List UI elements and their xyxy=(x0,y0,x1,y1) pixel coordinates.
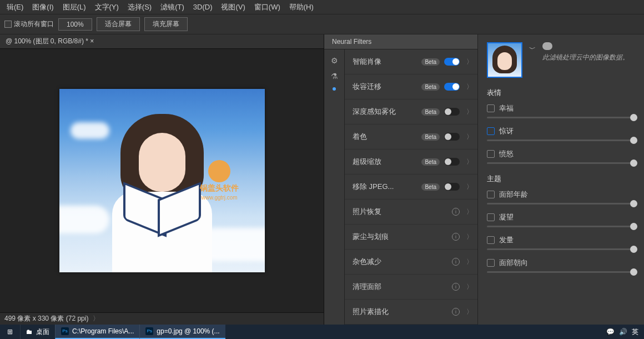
filter-name: 清理面部 xyxy=(353,282,447,292)
menu-3d[interactable]: 3D(D) xyxy=(189,3,217,11)
taskbar-desktop[interactable]: 🖿 桌面 xyxy=(20,325,55,339)
filter-name: 蒙尘与划痕 xyxy=(353,232,447,242)
slider-label: 惊讶 xyxy=(499,126,514,136)
canvas-pane: @ 100% (图层 0, RGB/8#) * × 锅盖头软件 www.ggtr… xyxy=(0,34,324,325)
slider-label: 面部朝向 xyxy=(499,258,528,268)
face-thumbnail[interactable] xyxy=(487,42,522,78)
theme-slider-3: 面部朝向 xyxy=(487,258,637,273)
zoom-level-button[interactable]: 100% xyxy=(58,18,92,31)
slider-label: 面部年龄 xyxy=(499,190,528,200)
flask-icon[interactable]: ⚗ xyxy=(331,72,338,81)
info-icon[interactable]: i xyxy=(452,308,460,316)
fill-screen-button[interactable]: 填充屏幕 xyxy=(144,17,188,31)
chevron-right-icon: 〉 xyxy=(466,157,473,167)
slider-thumb[interactable] xyxy=(630,114,637,121)
taskbar-app-1[interactable]: Ps C:\Program Files\A... xyxy=(55,325,139,339)
slider-checkbox[interactable] xyxy=(487,127,495,135)
menu-view[interactable]: 视图(V) xyxy=(217,2,249,12)
menu-filter[interactable]: 滤镜(T) xyxy=(156,2,189,12)
filter-row-1[interactable]: 妆容迁移Beta〉 xyxy=(345,74,477,99)
volume-icon[interactable]: 🔊 xyxy=(619,328,627,336)
slider-track[interactable] xyxy=(487,117,637,118)
slider-label: 幸福 xyxy=(499,103,514,113)
slider-thumb[interactable] xyxy=(630,223,637,230)
menu-help[interactable]: 帮助(H) xyxy=(285,2,318,12)
slider-thumb[interactable] xyxy=(630,200,637,207)
slider-track[interactable] xyxy=(487,271,637,273)
info-icon[interactable]: i xyxy=(452,208,460,216)
chevron-down-icon[interactable]: ﹀ xyxy=(529,42,536,54)
slider-label: 愤怒 xyxy=(499,149,514,159)
filter-row-0[interactable]: 智能肖像Beta〉 xyxy=(345,49,477,74)
filter-name: 超级缩放 xyxy=(353,157,417,167)
slider-checkbox[interactable] xyxy=(487,213,495,221)
slider-track[interactable] xyxy=(487,248,637,250)
section-expression-title: 表情 xyxy=(487,88,637,98)
slider-thumb[interactable] xyxy=(630,159,637,167)
slider-checkbox[interactable] xyxy=(487,259,495,267)
info-icon[interactable]: i xyxy=(452,233,460,241)
menu-select[interactable]: 选择(S) xyxy=(123,2,156,12)
section-theme-title: 主题 xyxy=(487,174,637,184)
fit-screen-button[interactable]: 适合屏幕 xyxy=(97,17,140,31)
filter-toggle[interactable] xyxy=(444,108,460,116)
slider-thumb[interactable] xyxy=(630,246,637,253)
start-button[interactable]: ⊞ xyxy=(0,328,20,336)
filter-row-10[interactable]: 照片素描化i〉 xyxy=(345,300,477,325)
filter-toggle[interactable] xyxy=(444,58,460,66)
slider-label: 发量 xyxy=(499,235,514,245)
ime-indicator[interactable]: 英 xyxy=(632,327,638,337)
info-icon[interactable]: i xyxy=(452,258,460,266)
filter-row-5[interactable]: 移除 JPEG...Beta〉 xyxy=(345,175,477,200)
menu-text[interactable]: 文字(Y) xyxy=(90,2,123,12)
document-tab[interactable]: @ 100% (图层 0, RGB/8#) * × xyxy=(0,34,324,49)
slider-checkbox[interactable] xyxy=(487,236,495,244)
slider-track[interactable] xyxy=(487,203,637,205)
filter-name: 照片素描化 xyxy=(353,307,447,317)
filter-name: 移除 JPEG... xyxy=(353,182,417,192)
chevron-right-icon: 〉 xyxy=(466,282,473,292)
chevron-right-icon: 〉 xyxy=(466,207,473,217)
filter-row-3[interactable]: 着色Beta〉 xyxy=(345,124,477,149)
filter-toggle[interactable] xyxy=(444,83,460,91)
chevron-right-icon[interactable]: 〉 xyxy=(93,315,99,322)
filter-name: 照片恢复 xyxy=(353,207,447,217)
slider-checkbox[interactable] xyxy=(487,191,495,198)
slider-track[interactable] xyxy=(487,139,637,141)
slider-thumb[interactable] xyxy=(630,268,637,276)
filter-row-2[interactable]: 深度感知雾化Beta〉 xyxy=(345,99,477,124)
sliders-icon[interactable]: ⚙ xyxy=(331,56,338,65)
menu-edit[interactable]: 辑(E) xyxy=(2,2,28,12)
scroll-all-checkbox[interactable]: 滚动所有窗口 xyxy=(4,19,54,29)
menu-layer[interactable]: 图层(L) xyxy=(58,2,90,12)
filter-row-7[interactable]: 蒙尘与划痕i〉 xyxy=(345,225,477,250)
filter-row-9[interactable]: 清理面部i〉 xyxy=(345,275,477,300)
canvas-area[interactable]: 锅盖头软件 www.ggtrj.com xyxy=(0,49,324,312)
info-icon[interactable]: i xyxy=(452,283,460,291)
filter-toggle[interactable] xyxy=(444,183,460,191)
filter-toggle[interactable] xyxy=(444,158,460,166)
slider-track[interactable] xyxy=(487,226,637,227)
menu-window[interactable]: 窗口(W) xyxy=(250,2,285,12)
taskbar-desktop-label: 桌面 xyxy=(36,327,49,337)
filter-row-8[interactable]: 杂色减少i〉 xyxy=(345,250,477,275)
scroll-all-label: 滚动所有窗口 xyxy=(14,19,54,29)
taskbar-app-2[interactable]: Ps gp=0.jpg @ 100% (... xyxy=(139,325,225,339)
menu-image[interactable]: 图像(I) xyxy=(28,2,58,12)
slider-thumb[interactable] xyxy=(630,137,637,144)
filter-row-6[interactable]: 照片恢复i〉 xyxy=(345,200,477,225)
expression-slider-1: 惊讶 xyxy=(487,126,637,141)
slider-checkbox[interactable] xyxy=(487,150,495,158)
panel-tab-neural-filters[interactable]: Neural Filters xyxy=(324,34,477,49)
slider-track[interactable] xyxy=(487,162,637,164)
filter-row-4[interactable]: 超级缩放Beta〉 xyxy=(345,149,477,175)
filter-toggle[interactable] xyxy=(444,133,460,141)
notifications-icon[interactable]: 💬 xyxy=(606,328,615,336)
filter-name: 杂色减少 xyxy=(353,257,447,267)
theme-slider-2: 发量 xyxy=(487,235,637,250)
chevron-right-icon: 〉 xyxy=(466,307,473,317)
filter-name: 深度感知雾化 xyxy=(353,107,417,117)
slider-checkbox[interactable] xyxy=(487,104,495,112)
filter-settings-panel: ﹀ 此滤镜处理云中的图像数据。 表情 幸福惊讶愤怒 主题 面部年龄凝望发量面部朝… xyxy=(477,34,644,325)
chevron-right-icon: 〉 xyxy=(466,232,473,242)
